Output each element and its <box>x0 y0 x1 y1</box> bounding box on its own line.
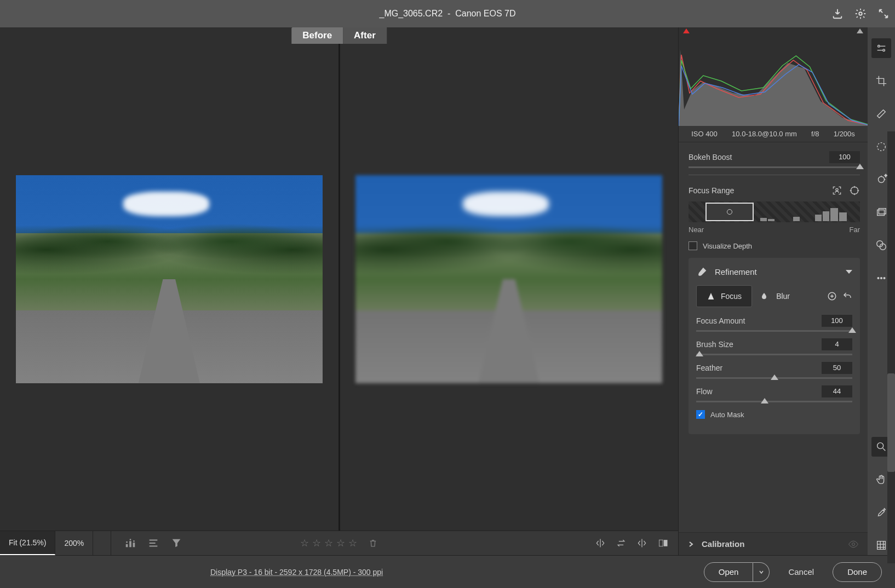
focus-amount-label: Focus Amount <box>696 316 745 325</box>
target-icon[interactable] <box>849 185 860 196</box>
svg-rect-17 <box>839 212 847 221</box>
compare-mode-icon[interactable] <box>657 538 669 549</box>
svg-rect-25 <box>877 210 885 215</box>
visualize-depth-label: Visualize Depth <box>703 242 752 250</box>
exif-row: ISO 400 10.0-18.0@10.0 mm f/8 1/200s <box>679 126 868 142</box>
focus-amount-slider[interactable] <box>696 330 852 332</box>
focus-tool-button[interactable]: Focus <box>696 285 752 307</box>
flow-slider[interactable] <box>696 401 852 402</box>
svg-point-4 <box>126 541 128 543</box>
cancel-button[interactable]: Cancel <box>778 567 824 577</box>
bokeh-boost-label: Bokeh Boost <box>689 153 732 162</box>
focus-range-bar[interactable] <box>689 201 860 222</box>
subject-detect-icon[interactable] <box>831 185 842 196</box>
crop-tool[interactable] <box>871 71 891 91</box>
tab-after[interactable]: After <box>343 27 387 44</box>
title-text: _MG_3065.CR2 - Canon EOS 7D <box>379 9 515 19</box>
star-5[interactable]: ☆ <box>348 537 357 549</box>
canvas-after[interactable] <box>339 27 679 531</box>
visibility-icon[interactable] <box>848 539 859 550</box>
svg-point-32 <box>877 443 883 449</box>
far-label: Far <box>850 226 860 234</box>
svg-rect-7 <box>659 540 663 546</box>
near-label: Near <box>689 226 704 234</box>
brush-size-label: Brush Size <box>696 340 733 349</box>
star-2[interactable]: ☆ <box>312 537 321 549</box>
canvas-before[interactable] <box>0 27 339 531</box>
svg-rect-2 <box>129 541 131 547</box>
svg-rect-15 <box>823 211 829 221</box>
blur-tool-label[interactable]: Blur <box>776 292 790 301</box>
star-3[interactable]: ☆ <box>324 537 333 549</box>
exif-iso: ISO 400 <box>691 130 718 138</box>
histogram-curves <box>679 38 868 126</box>
svg-point-30 <box>881 278 882 279</box>
refinement-title: Refinement <box>715 267 839 276</box>
visualize-depth-row[interactable]: Visualize Depth <box>689 241 860 250</box>
feather-slider[interactable] <box>696 377 852 379</box>
svg-point-21 <box>883 49 885 51</box>
feather-value[interactable]: 50 <box>822 362 852 374</box>
heal-tool[interactable] <box>871 104 891 124</box>
zoom-menu[interactable] <box>93 531 111 555</box>
filter-icon[interactable] <box>170 537 182 549</box>
svg-rect-11 <box>760 218 767 221</box>
import-icon[interactable] <box>831 8 844 20</box>
done-button[interactable]: Done <box>833 562 882 582</box>
fullscreen-icon[interactable] <box>877 8 890 20</box>
svg-rect-13 <box>793 217 800 221</box>
svg-point-10 <box>851 187 858 194</box>
gear-icon[interactable] <box>854 8 867 20</box>
zoom-200[interactable]: 200% <box>55 531 93 555</box>
svg-rect-3 <box>133 543 135 547</box>
compare-split-icon[interactable] <box>595 538 606 549</box>
brush-icon <box>696 266 708 278</box>
open-button[interactable]: Open <box>704 562 754 582</box>
auto-mask-row[interactable]: Auto Mask <box>696 410 852 419</box>
shadow-clip-icon[interactable] <box>683 28 690 33</box>
bokeh-boost-value[interactable]: 100 <box>829 151 860 163</box>
auto-mask-label: Auto Mask <box>710 411 744 419</box>
auto-mask-checkbox[interactable] <box>696 410 705 419</box>
brush-size-value[interactable]: 4 <box>822 338 852 350</box>
svg-rect-16 <box>830 208 838 221</box>
svg-rect-1 <box>126 544 128 547</box>
flow-label: Flow <box>696 387 713 396</box>
calibration-section[interactable]: Calibration <box>679 532 868 555</box>
svg-rect-8 <box>664 540 668 546</box>
undo-icon[interactable] <box>842 291 852 301</box>
focus-range-window[interactable] <box>705 203 754 221</box>
highlight-clip-icon[interactable] <box>857 28 863 33</box>
compare-single-icon[interactable] <box>636 538 647 549</box>
brush-size-slider[interactable] <box>696 354 852 355</box>
open-dropdown[interactable] <box>753 562 770 582</box>
display-info[interactable]: Display P3 - 16 bit - 2592 x 1728 (4.5MP… <box>210 568 383 577</box>
titlebar: _MG_3065.CR2 - Canon EOS 7D <box>0 0 895 27</box>
svg-rect-26 <box>879 209 886 214</box>
focus-amount-value[interactable]: 100 <box>822 315 852 327</box>
footer-tools: Fit (21.5%) 200% ☆ ☆ ☆ ☆ ☆ <box>0 531 678 555</box>
calibration-label: Calibration <box>702 539 744 549</box>
svg-point-20 <box>878 45 880 48</box>
adjustments-panel: ISO 400 10.0-18.0@10.0 mm f/8 1/200s Bok… <box>678 27 868 555</box>
svg-point-31 <box>883 278 885 279</box>
flow-value[interactable]: 44 <box>822 385 852 397</box>
bottom-bar: Display P3 - 16 bit - 2592 x 1728 (4.5MP… <box>0 555 895 588</box>
panel-scrollbar[interactable] <box>887 131 895 555</box>
histogram-toggle-icon[interactable] <box>124 537 136 549</box>
star-4[interactable]: ☆ <box>336 537 345 549</box>
swap-icon[interactable] <box>616 538 627 549</box>
depth-histogram <box>760 207 848 221</box>
histogram[interactable] <box>679 27 868 126</box>
list-view-icon[interactable] <box>147 537 159 549</box>
trash-icon[interactable] <box>368 538 378 548</box>
edit-tool[interactable] <box>871 38 891 58</box>
svg-point-0 <box>859 12 862 15</box>
bokeh-boost-slider[interactable] <box>689 166 860 168</box>
tab-before[interactable]: Before <box>291 27 343 44</box>
refinement-collapse[interactable] <box>846 270 852 274</box>
zoom-fit[interactable]: Fit (21.5%) <box>0 531 55 555</box>
add-icon[interactable] <box>827 291 837 301</box>
star-1[interactable]: ☆ <box>300 537 309 549</box>
visualize-depth-checkbox[interactable] <box>689 241 697 250</box>
